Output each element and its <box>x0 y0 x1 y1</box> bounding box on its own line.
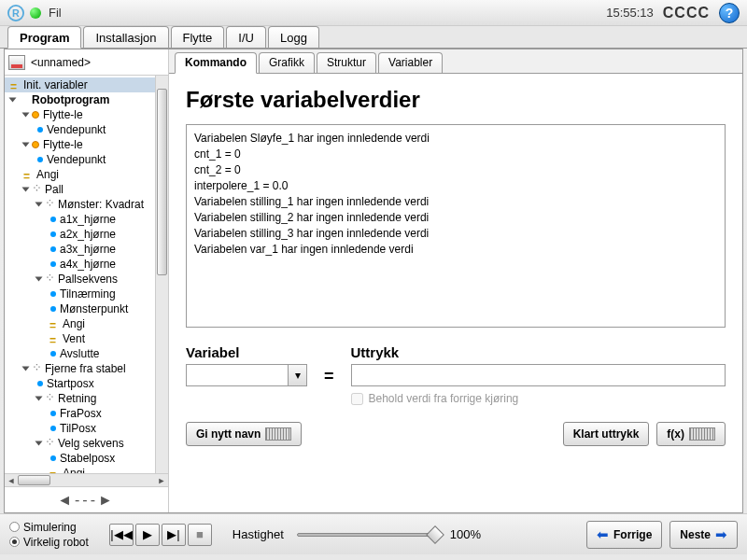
waypoint-icon <box>37 381 43 386</box>
tree-node[interactable]: Startposx <box>5 376 155 391</box>
subtab-variabler[interactable]: Variabler <box>378 52 443 73</box>
keep-value-checkbox[interactable]: Behold verdi fra forrige kjøring <box>351 392 726 405</box>
tree-node[interactable]: Vendepunkt <box>5 122 155 137</box>
tree-node-label: Retning <box>58 392 96 405</box>
keep-checkbox-input[interactable] <box>351 393 363 405</box>
bottom-bar: Simulering Virkelig robot |◀◀ ▶ ▶| ■ Has… <box>0 513 747 554</box>
expand-icon[interactable] <box>9 98 17 103</box>
tree-node-label: Vendepunkt <box>47 123 106 136</box>
variable-line[interactable]: cnt_1 = 0 <box>194 147 717 162</box>
tree-node-label: Angi <box>63 467 85 473</box>
tree-node[interactable]: Avslutte <box>5 346 155 361</box>
expand-icon[interactable] <box>35 397 43 401</box>
expand-icon[interactable] <box>22 143 30 147</box>
tree-node[interactable]: =Vent <box>5 331 155 346</box>
tree-node[interactable]: Flytte-le <box>5 137 155 152</box>
tree-node-label: Flytte-le <box>43 108 83 121</box>
expression-input[interactable] <box>351 364 726 386</box>
tree-node[interactable]: a2x_hjørne <box>5 227 155 242</box>
tab-flytte[interactable]: Flytte <box>171 26 225 48</box>
tab-program[interactable]: Program <box>7 26 81 49</box>
waypoint-icon <box>50 455 56 461</box>
expand-icon[interactable] <box>35 203 43 207</box>
variable-line[interactable]: Variabelen stilling_2 har ingen innleden… <box>194 210 717 226</box>
tree-node[interactable]: =Init. variabler <box>5 77 155 92</box>
keyboard-icon <box>265 427 291 441</box>
help-icon[interactable]: ? <box>719 3 740 23</box>
variable-select[interactable]: ▾ <box>186 364 307 386</box>
waypoint-icon <box>50 291 56 297</box>
step-button[interactable]: ▶| <box>162 524 186 546</box>
expand-icon[interactable] <box>22 113 30 118</box>
subtab-struktur[interactable]: Struktur <box>317 52 376 73</box>
tab-installasjon[interactable]: Installasjon <box>83 26 168 48</box>
rewind-button[interactable]: |◀◀ <box>109 524 134 546</box>
expand-icon[interactable] <box>22 188 30 192</box>
variable-line[interactable]: Variabelen stilling_3 har ingen innleden… <box>194 226 717 242</box>
tab-logg[interactable]: Logg <box>268 26 319 48</box>
tree-node[interactable]: =Angi <box>5 466 155 473</box>
variable-line[interactable]: Variabelen stilling_1 har ingen innleden… <box>194 194 717 210</box>
program-tree[interactable]: =Init. variablerRobotprogramFlytte-leVen… <box>5 76 155 473</box>
tree-node[interactable]: ⁘Mønster: Kvadrat <box>5 197 155 212</box>
tree-hscrollbar[interactable]: ◄ ► <box>5 473 168 486</box>
tree-node[interactable]: ⁘Retning <box>5 391 155 406</box>
tree-node[interactable]: ⁘Fjerne fra stabel <box>5 361 155 376</box>
stop-button[interactable]: ■ <box>188 524 212 546</box>
file-menu[interactable]: Fil <box>49 6 62 20</box>
tree-node[interactable]: TilPosx <box>5 421 155 436</box>
arrow-left-icon: ⬅ <box>597 526 609 543</box>
variable-line[interactable]: interpolere_1 = 0.0 <box>194 178 717 194</box>
expand-icon[interactable] <box>22 367 30 371</box>
tree-node[interactable]: ⁘Pallsekvens <box>5 272 155 287</box>
tree-node[interactable]: Stabelposx <box>5 451 155 466</box>
clear-expression-button[interactable]: Klart uttrykk <box>563 422 650 446</box>
tree-node[interactable]: Robotprogram <box>5 92 155 107</box>
waypoint-icon <box>37 127 43 133</box>
real-radio[interactable]: Virkelig robot <box>9 536 89 549</box>
tree-node[interactable]: ⁘Velg sekvens <box>5 436 155 451</box>
tree-node[interactable]: Tilnærming <box>5 287 155 301</box>
keyboard-icon <box>689 427 715 441</box>
tree-node[interactable]: a4x_hjørne <box>5 257 155 272</box>
assign-icon: = <box>49 334 59 343</box>
tree-node[interactable]: a3x_hjørne <box>5 242 155 257</box>
tree-node[interactable]: Mønsterpunkt <box>5 301 155 316</box>
tree-node-label: Mønsterpunkt <box>60 302 128 315</box>
clock: 15:55:13 <box>606 6 654 20</box>
tree-node[interactable]: =Angi <box>5 316 155 331</box>
tree-nav-arrows[interactable]: ◄---► <box>5 486 168 512</box>
fx-button[interactable]: f(x) <box>656 422 726 446</box>
chevron-down-icon[interactable]: ▾ <box>288 365 306 385</box>
variable-list[interactable]: Variabelen Sløyfe_1 har ingen innledende… <box>186 124 726 328</box>
subtab-kommando[interactable]: Kommando <box>175 52 257 74</box>
move-icon <box>32 111 39 119</box>
sim-radio[interactable]: Simulering <box>9 521 89 534</box>
rename-button[interactable]: Gi nytt navn <box>186 422 302 446</box>
expand-icon[interactable] <box>35 277 43 282</box>
tab-iu[interactable]: I/U <box>226 26 266 48</box>
tree-node[interactable]: a1x_hjørne <box>5 212 155 227</box>
variable-label: Variabel <box>186 344 307 360</box>
keep-value-label: Behold verdi fra forrige kjøring <box>369 392 519 405</box>
play-button[interactable]: ▶ <box>135 524 160 546</box>
variable-line[interactable]: Variabelen Sløyfe_1 har ingen innledende… <box>194 131 717 147</box>
tree-node[interactable]: =Angi <box>5 167 155 182</box>
tree-node[interactable]: Flytte-le <box>5 107 155 122</box>
tree-node[interactable]: Vendepunkt <box>5 152 155 167</box>
tree-vscrollbar[interactable] <box>155 76 168 473</box>
expand-icon[interactable] <box>35 441 43 446</box>
tree-node[interactable]: FraPosx <box>5 406 155 421</box>
tree-node-label: Pallsekvens <box>58 273 118 286</box>
tree-node[interactable]: ⁘Pall <box>5 182 155 197</box>
speed-slider[interactable] <box>297 533 437 537</box>
subtab-grafikk[interactable]: Grafikk <box>259 52 315 73</box>
prev-button[interactable]: ⬅Forrige <box>586 521 662 549</box>
pattern-icon: ⁘ <box>45 200 54 209</box>
variable-line[interactable]: cnt_2 = 0 <box>194 162 717 178</box>
variable-line[interactable]: Variabelen var_1 har ingen innledende ve… <box>194 242 717 258</box>
assign-icon: = <box>10 80 20 90</box>
speed-value: 100% <box>450 527 481 541</box>
next-button[interactable]: Neste➡ <box>669 521 738 549</box>
save-icon[interactable] <box>8 55 25 70</box>
